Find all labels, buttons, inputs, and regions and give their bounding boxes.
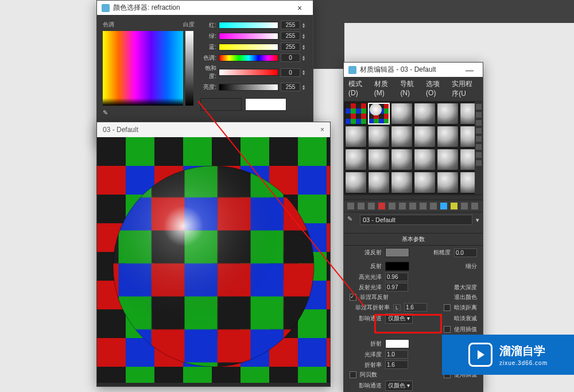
material-slot[interactable] <box>437 126 459 148</box>
spinner-icon[interactable]: ▴▾ <box>302 55 307 61</box>
material-slot[interactable] <box>391 172 413 193</box>
menu-options[interactable]: 选项(O) <box>426 79 444 99</box>
material-slot[interactable] <box>368 172 390 193</box>
refl-gloss-input[interactable]: 0.97 <box>385 283 408 292</box>
spinner-icon[interactable]: ▴▾ <box>302 22 307 28</box>
color-picker-title: 颜色选择器: refraction <box>113 3 180 13</box>
abbe-checkbox[interactable] <box>350 371 356 378</box>
tool-icon[interactable] <box>399 203 406 209</box>
label-dim-falloff: 暗淡衰减 <box>454 315 477 323</box>
fresnel-ior-input[interactable]: 1.6 <box>404 303 427 312</box>
dropdown-icon[interactable]: ▾ <box>476 216 479 224</box>
material-slot[interactable] <box>437 103 459 125</box>
value-slider[interactable] <box>185 31 193 106</box>
tab-hue[interactable]: 色调 <box>103 21 114 29</box>
material-slot[interactable] <box>391 103 413 125</box>
spinner-icon[interactable]: ▴▾ <box>302 84 307 90</box>
slider-b[interactable] <box>219 44 278 51</box>
value-b[interactable]: 255 <box>281 42 300 51</box>
use-interp-checkbox[interactable] <box>444 326 451 333</box>
value-hue[interactable]: 0 <box>281 53 300 62</box>
spinner-icon[interactable]: ▴▾ <box>302 33 307 39</box>
material-slot[interactable] <box>345 149 367 170</box>
material-slot[interactable] <box>414 149 436 170</box>
preview-viewport[interactable] <box>97 137 330 383</box>
material-slot[interactable] <box>437 149 459 170</box>
material-slot[interactable] <box>437 172 459 193</box>
ior-input[interactable]: 1.6 <box>385 360 408 369</box>
tab-white[interactable]: 白度 <box>183 21 195 29</box>
close-icon[interactable]: × <box>291 3 308 13</box>
material-slot[interactable] <box>414 126 436 148</box>
side-tool-icon[interactable] <box>476 136 482 142</box>
material-slot[interactable] <box>414 172 436 193</box>
affect-channel-t-select[interactable]: 仅颜色 ▾ <box>385 381 413 391</box>
sphere-render <box>97 137 330 383</box>
material-name-input[interactable] <box>360 215 472 225</box>
material-slot[interactable] <box>368 103 390 125</box>
spinner-icon[interactable]: ▴▾ <box>302 44 307 50</box>
menu-navigate[interactable]: 导航(N) <box>400 79 418 99</box>
gloss-t-input[interactable]: 1.0 <box>385 350 408 359</box>
tool-icon[interactable] <box>358 203 364 209</box>
slider-g[interactable] <box>219 33 278 40</box>
label-fresnel-ior: 菲涅耳折射率 <box>350 304 390 312</box>
tool-icon[interactable] <box>347 203 354 209</box>
slider-sat[interactable] <box>219 69 278 76</box>
side-tool-icon[interactable] <box>476 112 482 118</box>
value-r[interactable]: 255 <box>281 21 300 29</box>
tool-icon[interactable] <box>389 203 395 209</box>
eyedropper-icon[interactable]: ✎ <box>347 215 356 224</box>
label-ior: 折射率 <box>350 361 382 369</box>
material-slot[interactable] <box>368 149 390 170</box>
value-val[interactable]: 255 <box>281 83 300 91</box>
eyedropper-icon[interactable]: ✎ <box>103 109 112 118</box>
side-tool-icon[interactable] <box>476 160 482 166</box>
value-g[interactable]: 255 <box>281 32 300 40</box>
tool-icon[interactable] <box>420 203 426 209</box>
tool-icon[interactable] <box>409 203 416 209</box>
hilight-input[interactable]: 0.96 <box>385 273 408 281</box>
tool-icon[interactable] <box>471 203 478 209</box>
material-slot[interactable] <box>345 126 367 148</box>
menu-utilities[interactable]: 实用程序(U <box>452 79 478 99</box>
slider-r[interactable] <box>219 22 278 29</box>
current-color-swatch[interactable] <box>245 98 286 111</box>
material-slot[interactable] <box>368 126 390 148</box>
slider-hue[interactable] <box>219 55 278 61</box>
tool-icon[interactable] <box>451 203 457 209</box>
slider-val[interactable] <box>219 84 278 91</box>
label-refract: 折射 <box>350 340 382 348</box>
lock-icon[interactable]: L <box>393 304 401 311</box>
side-tool-icon[interactable] <box>476 144 482 150</box>
material-slot[interactable] <box>345 172 367 193</box>
material-slot[interactable] <box>391 149 413 170</box>
label-g: 绿: <box>200 32 216 40</box>
material-slot[interactable] <box>345 103 367 125</box>
gradient-field[interactable] <box>103 31 183 106</box>
side-tool-icon[interactable] <box>476 128 482 134</box>
menu-mode[interactable]: 模式(D) <box>348 79 366 99</box>
tool-icon[interactable] <box>461 203 468 209</box>
side-tool-icon[interactable] <box>476 104 482 110</box>
close-icon[interactable]: × <box>320 126 324 134</box>
side-tool-icon[interactable] <box>476 120 482 126</box>
tool-icon[interactable] <box>440 203 447 209</box>
dim-distance-checkbox[interactable] <box>444 304 451 311</box>
tool-icon[interactable] <box>430 203 437 209</box>
tool-icon[interactable] <box>368 203 375 209</box>
side-tool-icon[interactable] <box>476 152 482 158</box>
minimize-icon[interactable]: — <box>461 65 478 75</box>
menu-material[interactable]: 材质(M) <box>374 79 393 99</box>
roughness-input[interactable]: 0.0 <box>454 249 477 257</box>
delete-icon[interactable] <box>378 203 385 209</box>
spinner-icon[interactable]: ▴▾ <box>302 69 307 75</box>
refract-swatch[interactable] <box>385 339 409 348</box>
affect-channel-select[interactable]: 仅颜色 ▾ <box>385 313 413 324</box>
fresnel-checkbox[interactable] <box>350 294 356 301</box>
diffuse-swatch[interactable] <box>385 248 409 257</box>
value-sat[interactable]: 0 <box>281 68 300 77</box>
material-slot[interactable] <box>414 103 436 125</box>
material-slot[interactable] <box>391 126 413 148</box>
reflect-swatch[interactable] <box>385 262 409 271</box>
